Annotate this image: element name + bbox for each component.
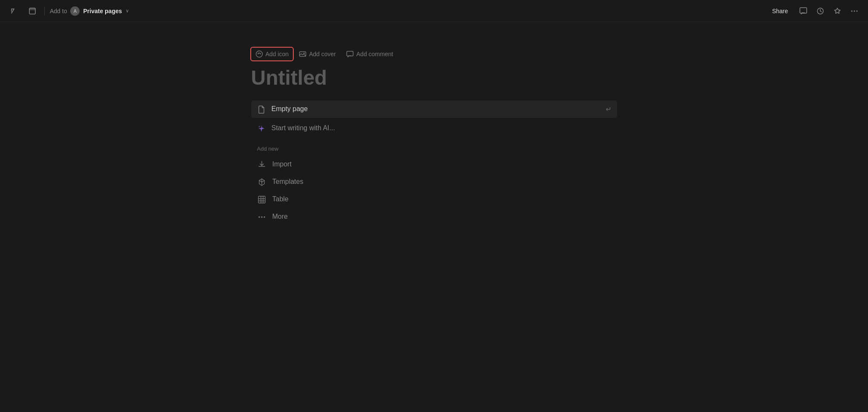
action-row: Add icon Add cover Add comment: [251, 48, 617, 60]
import-icon: [257, 160, 266, 169]
topbar: Add to A Private pages ∨ Share: [0, 0, 868, 22]
svg-rect-1: [29, 8, 35, 10]
ai-label: Start writing with AI...: [272, 124, 335, 132]
import-label: Import: [272, 160, 292, 168]
add-cover-button[interactable]: Add cover: [295, 48, 340, 60]
comment-button[interactable]: [796, 4, 810, 18]
ai-option[interactable]: Start writing with AI...: [251, 120, 617, 137]
topbar-left: Add to A Private pages ∨: [7, 4, 767, 18]
svg-point-5: [854, 10, 855, 11]
svg-rect-12: [347, 52, 353, 56]
table-icon: [257, 195, 266, 204]
topbar-right: Share: [767, 4, 861, 18]
svg-point-14: [258, 216, 260, 218]
divider: [44, 7, 45, 15]
table-label: Table: [272, 195, 289, 203]
svg-point-7: [256, 51, 262, 57]
templates-label: Templates: [272, 178, 304, 186]
document-icon: [257, 105, 266, 114]
svg-point-4: [851, 10, 853, 11]
add-icon-button[interactable]: Add icon: [251, 48, 293, 60]
add-new-section-label: Add new: [257, 146, 617, 152]
layout-button[interactable]: [26, 4, 39, 18]
more-item[interactable]: More: [251, 208, 617, 226]
page-content: Add icon Add cover Add comment Untitled: [251, 48, 617, 226]
workspace-avatar: A: [70, 6, 80, 16]
table-item[interactable]: Table: [251, 191, 617, 208]
add-comment-label: Add comment: [356, 51, 393, 57]
svg-point-16: [264, 216, 265, 218]
add-to-area[interactable]: Add to A Private pages ∨: [50, 6, 129, 16]
history-button[interactable]: [814, 4, 827, 18]
svg-point-8: [258, 53, 258, 54]
sparkle-icon: [257, 124, 266, 133]
add-cover-label: Add cover: [309, 51, 336, 57]
share-button[interactable]: Share: [767, 5, 793, 17]
workspace-name: Private pages: [83, 8, 122, 14]
add-icon-label: Add icon: [266, 51, 289, 57]
back-button[interactable]: [7, 4, 20, 18]
svg-rect-13: [258, 196, 265, 203]
svg-point-9: [260, 53, 261, 54]
templates-icon: [257, 177, 266, 186]
empty-page-label: Empty page: [272, 105, 308, 113]
main-content: Add icon Add cover Add comment Untitled: [0, 22, 868, 226]
svg-point-15: [261, 216, 263, 218]
page-title[interactable]: Untitled: [251, 66, 617, 90]
import-item[interactable]: Import: [251, 155, 617, 173]
more-icon: [257, 212, 266, 221]
favorite-button[interactable]: [831, 4, 844, 18]
svg-rect-2: [800, 8, 807, 13]
more-options-button[interactable]: [848, 4, 861, 18]
empty-page-option[interactable]: Empty page ↵: [251, 100, 617, 118]
templates-item[interactable]: Templates: [251, 173, 617, 190]
add-to-label: Add to: [50, 8, 67, 14]
enter-icon: ↵: [606, 105, 611, 113]
chevron-down-icon: ∨: [126, 8, 129, 14]
svg-point-11: [304, 53, 305, 54]
more-label: More: [272, 213, 288, 220]
add-comment-button[interactable]: Add comment: [342, 48, 397, 60]
svg-point-6: [857, 10, 858, 11]
